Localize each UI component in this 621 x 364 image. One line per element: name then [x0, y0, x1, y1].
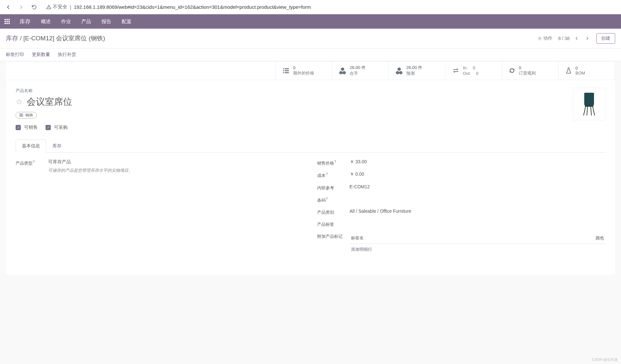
svg-rect-17	[285, 72, 289, 73]
transfer-icon	[452, 67, 460, 74]
svg-rect-5	[5, 21, 6, 22]
stat-label: 额外的价格	[293, 70, 314, 76]
svg-rect-14	[283, 70, 284, 71]
product-name-label: 产品名称	[16, 88, 573, 94]
add-line-link[interactable]: 添加明细行	[350, 244, 606, 255]
url-text: 192.168.1.189:8069/web#id=23&cids=1&menu…	[74, 4, 311, 10]
breadcrumb-root[interactable]: 库存	[6, 35, 18, 42]
refresh-icon	[508, 67, 516, 74]
stat-value: 26.00 件	[350, 65, 366, 71]
nav-overview[interactable]: 概述	[38, 15, 53, 28]
svg-rect-6	[7, 21, 8, 22]
control-panel: 库存 / [E-COM12] 会议室席位 (钢铁) 动作 8 / 38 创建	[0, 29, 621, 48]
nav-operations[interactable]: 作业	[59, 15, 74, 28]
pager-text[interactable]: 8 / 38	[558, 36, 570, 41]
stat-value: 26.00 件	[406, 65, 422, 71]
flask-icon	[565, 67, 572, 74]
svg-rect-7	[8, 21, 10, 22]
stat-spacer	[6, 61, 276, 80]
product-type-hint: 可储存的产品是您管理库存水平的实物项目。	[48, 168, 304, 173]
apps-icon[interactable]	[3, 17, 12, 26]
svg-rect-9	[7, 23, 8, 24]
stat-label: BOM	[575, 71, 585, 75]
svg-point-11	[539, 38, 540, 39]
list-icon	[282, 67, 290, 74]
sub-actions: 标签打印 更新数量 执行补货	[0, 48, 621, 61]
product-type-value: 可库存产品	[48, 159, 71, 164]
action-label: 动作	[543, 35, 552, 41]
svg-line-20	[593, 107, 595, 115]
create-button[interactable]: 创建	[596, 33, 615, 44]
cost-value: ￥ 0.00	[350, 171, 606, 177]
reload-button[interactable]	[29, 2, 39, 12]
help-icon[interactable]: ?	[326, 172, 328, 176]
form-sheet: 产品名称 ☆ 会议室席位 腿: 钢铁 ✓ 可销售 ✓ 可采购 基本信息	[6, 80, 615, 275]
tab-general[interactable]: 基本信息	[16, 140, 46, 153]
stat-forecast[interactable]: 26.00 件 预测	[389, 61, 445, 80]
action-menu[interactable]: 动作	[537, 35, 552, 41]
category-label: 产品类别	[317, 209, 350, 215]
svg-line-22	[591, 107, 591, 115]
back-button[interactable]	[3, 2, 13, 12]
svg-rect-16	[283, 72, 284, 73]
stat-in-out[interactable]: In:0 Out:0	[445, 61, 502, 80]
browser-toolbar: 不安全 | 192.168.1.189:8069/web#id=23&cids=…	[0, 0, 621, 14]
action-update-qty[interactable]: 更新数量	[32, 52, 50, 58]
stat-label: 订货规则	[519, 70, 536, 76]
stat-bom[interactable]: 0 BOM	[559, 61, 615, 80]
address-bar[interactable]: 不安全 | 192.168.1.189:8069/web#id=23&cids=…	[42, 2, 618, 12]
svg-line-21	[587, 107, 587, 115]
help-icon[interactable]: ?	[326, 197, 328, 201]
stat-value: 0	[293, 65, 314, 70]
tabs: 基本信息 库存	[16, 140, 605, 153]
svg-point-1	[48, 8, 49, 8]
tab-inventory[interactable]: 库存	[46, 140, 68, 152]
color-header: 颜色	[498, 233, 605, 244]
favorite-star-icon[interactable]: ☆	[16, 97, 23, 106]
stat-reorder[interactable]: 0 订货规则	[502, 61, 559, 80]
svg-rect-15	[285, 70, 289, 71]
help-icon[interactable]: ?	[334, 160, 336, 164]
sale-price-value: ￥ 33.00	[350, 159, 606, 165]
insecure-label: 不安全	[53, 4, 67, 10]
can-purchase-checkbox[interactable]: ✓	[46, 125, 51, 130]
stat-label: 在手	[350, 71, 366, 76]
barcode-label: 条码?	[317, 196, 350, 203]
in-label: In:	[463, 65, 467, 70]
svg-rect-13	[285, 68, 289, 69]
product-name: 会议室席位	[27, 96, 72, 108]
can-sell-checkbox[interactable]: ✓	[16, 125, 21, 130]
forward-button[interactable]	[16, 2, 26, 12]
breadcrumb: 库存 / [E-COM12] 会议室席位 (钢铁)	[6, 34, 105, 43]
breadcrumb-current: [E-COM12] 会议室席位 (钢铁)	[23, 35, 105, 42]
can-purchase-label: 可采购	[54, 125, 68, 130]
svg-rect-12	[283, 68, 284, 69]
svg-rect-3	[7, 19, 8, 20]
cubes-icon	[339, 67, 346, 74]
stat-value: 0	[575, 66, 585, 71]
help-icon[interactable]: ?	[33, 160, 35, 164]
nav-config[interactable]: 配置	[119, 15, 134, 28]
stat-value: 0	[519, 65, 536, 70]
variant-tag: 腿: 钢铁	[16, 112, 37, 119]
pager: 8 / 38	[558, 35, 590, 42]
category-value: All / Saleable / Office Furniture	[350, 209, 606, 214]
nav-reports[interactable]: 报告	[99, 15, 114, 28]
in-value: 0	[473, 65, 475, 70]
app-brand[interactable]: 库存	[17, 15, 33, 29]
stat-extra-price[interactable]: 0 额外的价格	[276, 61, 332, 80]
sale-price-label: 销售价格?	[317, 159, 350, 166]
product-image[interactable]	[573, 88, 605, 120]
pager-prev[interactable]	[574, 35, 580, 42]
internal-ref-label: 内部参考	[317, 184, 350, 191]
stat-on-hand[interactable]: 26.00 件 在手	[332, 61, 389, 80]
action-replenish[interactable]: 执行补货	[58, 52, 76, 58]
tags-label: 产品标签	[317, 221, 350, 227]
cubes-icon	[395, 67, 403, 74]
nav-products[interactable]: 产品	[79, 15, 94, 28]
cost-label: 成本?	[317, 171, 350, 179]
pager-next[interactable]	[584, 35, 590, 42]
action-print-labels[interactable]: 标签打印	[6, 52, 24, 58]
product-type-label: 产品类型?	[16, 159, 48, 166]
top-navbar: 库存 概述 作业 产品 报告 配置	[0, 14, 621, 29]
